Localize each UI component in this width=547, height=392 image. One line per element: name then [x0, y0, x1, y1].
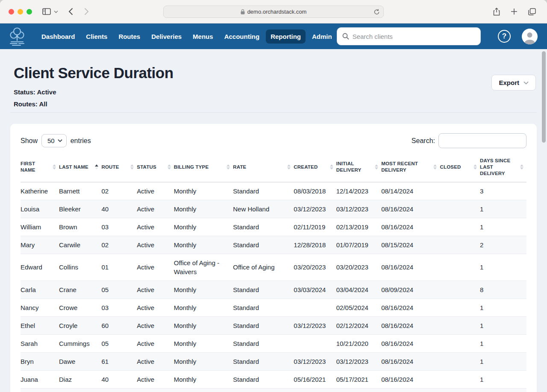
table-cell: Monthly	[174, 298, 233, 316]
table-cell: 05	[101, 281, 137, 298]
column-header-initial-delivery[interactable]: INITIAL DELIVERY	[336, 152, 381, 182]
user-avatar[interactable]	[522, 29, 538, 44]
zoom-window-button[interactable]	[26, 9, 32, 15]
table-cell: Active	[137, 370, 174, 388]
tab-overview-icon[interactable]	[528, 8, 536, 15]
table-cell: Diaz	[59, 370, 101, 388]
url-bar[interactable]: demo.orchardstack.com	[163, 6, 384, 18]
table-search-control: Search:	[412, 133, 526, 148]
nav-items: DashboardClientsRoutesDeliveriesMenusAcc…	[37, 29, 337, 44]
column-header-billing-type[interactable]: BILLING TYPE	[174, 152, 233, 182]
table-row[interactable]: NancyCrowe03ActiveMonthlyStandard02/05/2…	[21, 298, 526, 316]
table-cell: 03	[101, 298, 137, 316]
routes-filter: Routes: All	[14, 100, 537, 108]
table-cell: 02	[101, 236, 137, 254]
table-cell: Standard	[233, 388, 294, 392]
table-row[interactable]: EthelCroyle60ActiveMonthlyStandard03/12/…	[21, 316, 526, 334]
help-question-mark: ?	[502, 32, 506, 41]
column-label: RATE	[233, 164, 246, 170]
table-cell: Mary	[21, 236, 59, 254]
table-row[interactable]: JuanaDiaz40ActiveMonthlyStandard05/16/20…	[21, 370, 526, 388]
column-header-first-name[interactable]: FIRST NAME	[21, 152, 59, 182]
column-header-most-recent-delivery[interactable]: MOST RECENT DELIVERY	[381, 152, 440, 182]
table-cell: 03/20/2023	[336, 254, 381, 281]
person-icon	[522, 30, 538, 44]
close-window-button[interactable]	[9, 9, 14, 15]
table-cell: Katherine	[21, 182, 59, 200]
page-size-select[interactable]: 50	[41, 134, 67, 147]
help-button[interactable]: ?	[498, 30, 511, 43]
table-row[interactable]: SarahCummings05ActiveMonthlyStandard10/2…	[21, 334, 526, 352]
column-header-days-since-last-delivery[interactable]: DAYS SINCE LAST DELIVERY	[480, 152, 526, 182]
table-cell: 2	[480, 388, 526, 392]
table-cell: Bleeker	[59, 200, 101, 218]
column-header-closed[interactable]: CLOSED	[440, 152, 480, 182]
table-cell: Monthly	[174, 236, 233, 254]
table-cell: 12/14/2023	[336, 182, 381, 200]
nav-item-accounting[interactable]: Accounting	[220, 29, 265, 44]
column-header-route[interactable]: ROUTE	[101, 152, 137, 182]
client-search-box[interactable]	[337, 27, 481, 45]
column-header-last-name[interactable]: LAST NAME	[59, 152, 101, 182]
nav-item-menus[interactable]: Menus	[188, 29, 218, 44]
table-cell: Active	[137, 388, 174, 392]
table-cell: Active	[137, 182, 174, 200]
table-cell: 08/31/2022	[294, 388, 336, 392]
forward-icon[interactable]	[84, 8, 89, 15]
table-row[interactable]: CarlaCrane05ActiveMonthlyStandard03/03/2…	[21, 281, 526, 298]
table-cell: Active	[137, 218, 174, 236]
client-search-input[interactable]	[353, 33, 475, 40]
column-header-status[interactable]: STATUS	[137, 152, 174, 182]
table-cell: Bryn	[21, 352, 59, 370]
table-cell: Standard	[233, 281, 294, 298]
column-label: ROUTE	[101, 164, 119, 170]
show-label: Show	[21, 137, 38, 145]
table-cell: 8	[480, 281, 526, 298]
column-header-created[interactable]: CREATED	[294, 152, 336, 182]
table-row[interactable]: JohnDoe05ActiveSnapStandard08/31/202209/…	[21, 388, 526, 392]
back-icon[interactable]	[68, 8, 73, 15]
table-cell: 60	[101, 316, 137, 334]
table-row[interactable]: MaryCarwile02ActiveMonthlyStandard12/28/…	[21, 236, 526, 254]
scrollbar-thumb[interactable]	[542, 51, 546, 143]
chevron-down-icon[interactable]	[54, 10, 58, 13]
nav-item-clients[interactable]: Clients	[81, 29, 112, 44]
sidebar-toggle-icon[interactable]	[42, 8, 51, 15]
sort-indicator	[130, 164, 134, 170]
table-cell: 08/16/2024	[381, 298, 440, 316]
column-label: FIRST NAME	[21, 161, 35, 173]
table-search-input[interactable]	[438, 133, 526, 148]
table-row[interactable]: WilliamBrown03ActiveMonthlyStandard02/11…	[21, 218, 526, 236]
nav-item-dashboard[interactable]: Dashboard	[37, 29, 79, 44]
share-icon[interactable]	[493, 8, 500, 16]
nav-item-reporting[interactable]: Reporting	[266, 29, 306, 44]
table-cell: Standard	[233, 218, 294, 236]
table-row[interactable]: KatherineBarnett02ActiveMonthlyStandard0…	[21, 182, 526, 200]
table-row[interactable]: BrynDawe61ActiveMonthlyStandard03/12/202…	[21, 352, 526, 370]
table-cell: Standard	[233, 370, 294, 388]
minimize-window-button[interactable]	[18, 9, 23, 15]
table-cell: 1	[480, 334, 526, 352]
table-cell: 01/07/2019	[336, 236, 381, 254]
table-cell: Active	[137, 254, 174, 281]
column-header-rate[interactable]: RATE	[233, 152, 294, 182]
table-cell: Standard	[233, 352, 294, 370]
table-cell: 03/12/2023	[336, 352, 381, 370]
table-cell	[440, 334, 480, 352]
export-button[interactable]: Export	[491, 75, 536, 91]
table-cell: Standard	[233, 298, 294, 316]
nav-item-deliveries[interactable]: Deliveries	[147, 29, 186, 44]
table-cell: New Holland	[233, 200, 294, 218]
nav-item-routes[interactable]: Routes	[114, 29, 145, 44]
table-cell: Standard	[233, 316, 294, 334]
table-cell: 61	[101, 352, 137, 370]
page-size-value: 50	[47, 137, 55, 144]
new-tab-icon[interactable]	[511, 8, 518, 15]
reload-icon[interactable]	[374, 9, 379, 15]
report-page: Client Service Duration Status: Active R…	[0, 49, 547, 392]
table-row[interactable]: EdwardCollins01ActiveOffice of Aging - W…	[21, 254, 526, 281]
table-row[interactable]: LouisaBleeker40ActiveMonthlyNew Holland0…	[21, 200, 526, 218]
table-cell: Crowe	[59, 298, 101, 316]
table-cell: Dawe	[59, 352, 101, 370]
nav-item-admin[interactable]: Admin	[307, 29, 337, 44]
